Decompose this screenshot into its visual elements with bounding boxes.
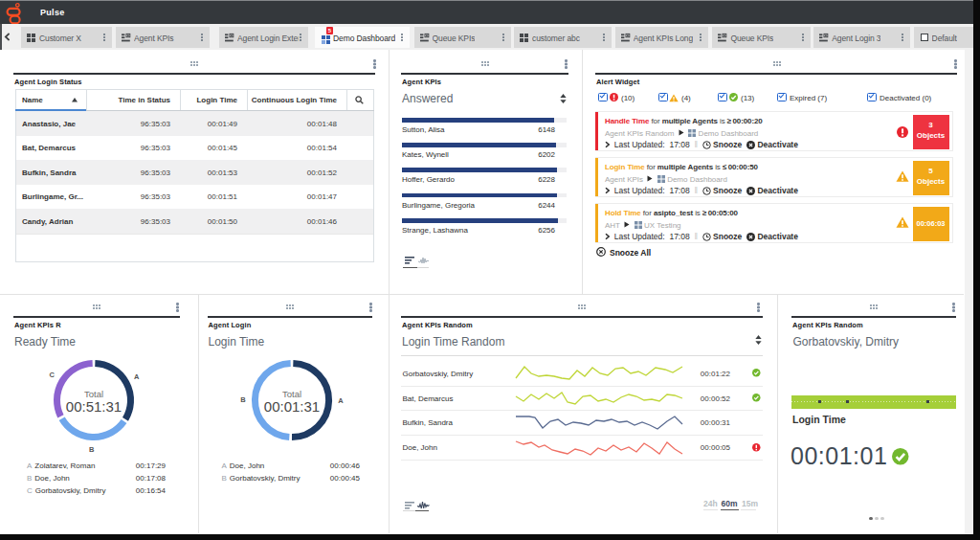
svg-text:A: A [338, 396, 344, 405]
svg-text:A: A [134, 372, 140, 381]
svg-text:00:01:31: 00:01:31 [263, 398, 319, 415]
svg-text:B: B [240, 395, 246, 404]
svg-text:C: C [49, 371, 55, 379]
svg-text:B: B [89, 444, 95, 453]
svg-text:00:51:31: 00:51:31 [65, 398, 121, 415]
